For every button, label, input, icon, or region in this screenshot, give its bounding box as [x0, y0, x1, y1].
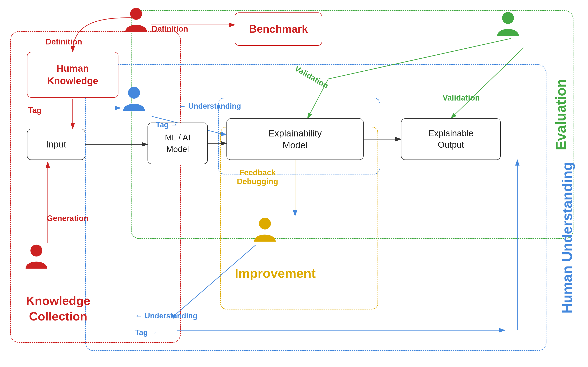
tag-bottom-label: Tag → — [135, 328, 157, 337]
input-label: Input — [46, 138, 66, 150]
improvement-section-label: Improvement — [235, 266, 316, 281]
validation-right-label: Validation — [443, 93, 480, 102]
human-understanding-section-label: Human Understanding — [559, 162, 575, 313]
explainability-label: ExplainabilityModel — [269, 127, 322, 151]
benchmark-label: Benchmark — [249, 22, 308, 36]
definition-left-label: Definition — [46, 37, 82, 46]
red-person-top-icon — [123, 6, 150, 33]
blue-person-icon — [120, 85, 148, 112]
svg-point-21 — [502, 12, 514, 24]
tag-1-label: Tag — [28, 106, 42, 115]
svg-point-22 — [259, 218, 271, 230]
understanding-top-label: ← Understanding — [179, 102, 241, 110]
red-person-bottom-icon — [23, 243, 50, 270]
human-knowledge-box: HumanKnowledge — [27, 52, 118, 98]
tag-mid-label: Tag → — [156, 120, 178, 129]
definition-top-label: Definition — [152, 25, 188, 33]
evaluation-section-label: Evaluation — [553, 79, 569, 150]
generation-label: Generation — [47, 214, 89, 223]
svg-point-19 — [30, 245, 42, 257]
svg-point-20 — [128, 87, 140, 99]
explainable-output-label: ExplainableOutput — [428, 128, 473, 150]
explainability-box: ExplainabilityModel — [227, 118, 364, 160]
explainable-output-box: ExplainableOutput — [401, 118, 501, 160]
feedback-label: FeedbackDebugging — [237, 168, 278, 186]
yellow-person-icon — [252, 216, 278, 243]
svg-point-18 — [130, 8, 142, 20]
benchmark-box: Benchmark — [235, 12, 322, 46]
knowledge-collection-section-label: KnowledgeCollection — [19, 293, 98, 324]
human-knowledge-label: HumanKnowledge — [47, 62, 98, 87]
ml-ai-label: ML / AIModel — [165, 132, 190, 155]
input-box: Input — [27, 129, 85, 160]
understanding-bottom-label: ← Understanding — [135, 312, 197, 320]
green-person-icon — [495, 10, 521, 37]
